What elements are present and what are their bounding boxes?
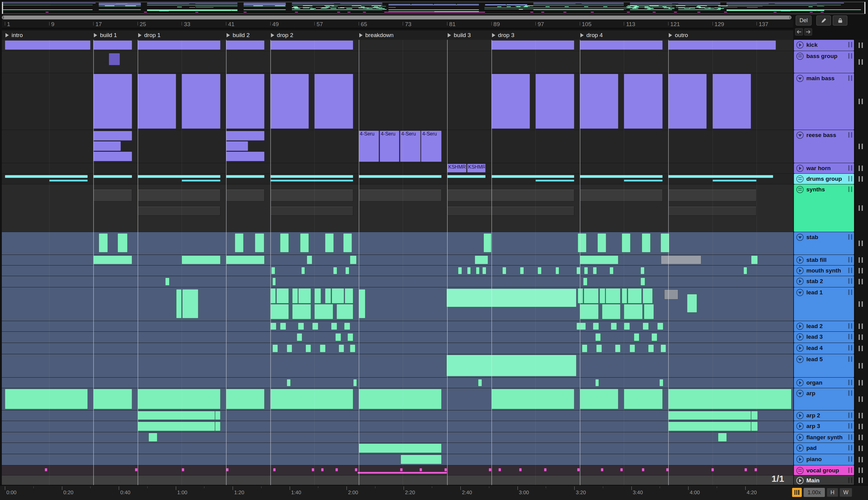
clip[interactable]: [535, 74, 574, 129]
track-play-icon[interactable]: [796, 422, 803, 430]
clip[interactable]: [276, 288, 289, 304]
clip[interactable]: [359, 443, 442, 453]
clip[interactable]: [580, 389, 618, 409]
clip[interactable]: [138, 389, 220, 409]
clip[interactable]: [624, 180, 662, 182]
clip[interactable]: [359, 289, 365, 319]
clip[interactable]: [93, 131, 132, 141]
clip[interactable]: [458, 267, 462, 274]
clip[interactable]: [325, 288, 331, 304]
clip[interactable]: [138, 41, 220, 50]
clip[interactable]: [577, 468, 580, 471]
locator-breakdown[interactable]: breakdown: [359, 32, 393, 39]
clip-4-seru[interactable]: 4-Seru: [359, 130, 379, 162]
clip[interactable]: [535, 180, 574, 182]
clip[interactable]: [595, 379, 599, 386]
track-scroll-handle[interactable]: [859, 363, 863, 368]
track-scroll-handle[interactable]: [859, 176, 863, 182]
clip[interactable]: [335, 333, 341, 341]
clip[interactable]: [751, 255, 758, 264]
clip[interactable]: [624, 74, 662, 129]
clip[interactable]: [272, 277, 276, 285]
track-play-icon[interactable]: [796, 277, 803, 285]
track-lane-vocal-group[interactable]: [2, 465, 793, 475]
clip[interactable]: [270, 189, 353, 202]
clip[interactable]: [336, 304, 353, 319]
clip[interactable]: [93, 74, 132, 129]
track-scroll-handle[interactable]: [859, 380, 863, 386]
clip[interactable]: [270, 304, 289, 319]
clip[interactable]: [270, 74, 309, 129]
draw-mode-button[interactable]: [816, 15, 831, 25]
clip[interactable]: [314, 304, 333, 319]
clip[interactable]: [640, 267, 644, 274]
track-scroll-handle[interactable]: [859, 346, 863, 351]
track-scroll-handle[interactable]: [859, 396, 863, 402]
clip[interactable]: [630, 344, 635, 352]
clip[interactable]: [668, 41, 776, 50]
track-scroll-handle[interactable]: [859, 144, 863, 149]
clip[interactable]: [138, 422, 215, 431]
bar-ruler[interactable]: 191725334149576573818997105113121129137: [2, 20, 793, 28]
track-header-stab-2[interactable]: stab 2: [794, 276, 854, 287]
clip[interactable]: [584, 288, 598, 304]
track-play-icon[interactable]: [796, 333, 803, 341]
clip[interactable]: [580, 175, 663, 178]
time-ruler[interactable]: 1.00x H W 0:000:200:401:001:201:402:002:…: [0, 485, 868, 500]
track-header-synths[interactable]: synths: [794, 184, 854, 232]
clip[interactable]: [446, 288, 576, 307]
clip[interactable]: [661, 233, 670, 252]
clip[interactable]: [93, 255, 132, 264]
clip[interactable]: [93, 41, 132, 50]
track-header-drums-group[interactable]: drums group: [794, 174, 854, 184]
clip[interactable]: [270, 389, 353, 409]
scroll-right-button[interactable]: [804, 28, 812, 35]
clip[interactable]: [712, 180, 757, 182]
track-header-main[interactable]: Main: [794, 475, 854, 485]
horizontal-zoom-scrollbar[interactable]: [2, 15, 791, 20]
track-play-icon[interactable]: [796, 41, 803, 49]
zoom-handle-left[interactable]: [3, 16, 4, 19]
clip[interactable]: [109, 53, 120, 65]
clip[interactable]: [301, 267, 305, 274]
clip[interactable]: [5, 389, 88, 409]
track-play-icon[interactable]: [796, 477, 803, 484]
track-header-lead-4[interactable]: lead 4: [794, 343, 854, 354]
clip[interactable]: [353, 379, 357, 386]
clip[interactable]: [345, 288, 353, 304]
clip[interactable]: [343, 233, 352, 252]
status-icon-orange[interactable]: [792, 488, 802, 497]
clip[interactable]: [93, 151, 132, 161]
clip[interactable]: [602, 304, 621, 319]
track-lane-pad[interactable]: [2, 443, 793, 454]
clip[interactable]: [272, 344, 278, 352]
clip[interactable]: [226, 151, 264, 161]
clip[interactable]: [314, 288, 321, 304]
clip[interactable]: [446, 355, 576, 376]
track-play-icon[interactable]: [796, 444, 803, 452]
clip[interactable]: [718, 433, 727, 442]
clip[interactable]: [624, 322, 630, 330]
clip[interactable]: [138, 189, 220, 202]
fold-track-icon[interactable]: [796, 390, 803, 397]
clip[interactable]: [226, 389, 264, 409]
track-lane-flanger-synth[interactable]: [2, 432, 793, 443]
track-header-flanger-synth[interactable]: flanger synth: [794, 432, 854, 443]
clip[interactable]: [520, 267, 524, 274]
clip-4-seru[interactable]: 4-Seru: [400, 130, 420, 162]
clip[interactable]: [476, 267, 480, 274]
clip[interactable]: [447, 189, 574, 202]
delete-button[interactable]: Del: [796, 15, 811, 25]
clip[interactable]: [580, 74, 618, 129]
clip[interactable]: [580, 41, 663, 50]
clip[interactable]: [182, 74, 220, 129]
clip[interactable]: [350, 255, 356, 264]
track-play-icon[interactable]: [796, 412, 803, 419]
track-scroll-handle[interactable]: [859, 301, 863, 307]
clip[interactable]: [582, 344, 587, 352]
track-header-organ[interactable]: organ: [794, 378, 854, 388]
locator-drop-4[interactable]: drop 4: [580, 32, 603, 39]
clip[interactable]: [138, 411, 215, 420]
clip[interactable]: [135, 468, 138, 471]
clip[interactable]: [270, 322, 276, 330]
